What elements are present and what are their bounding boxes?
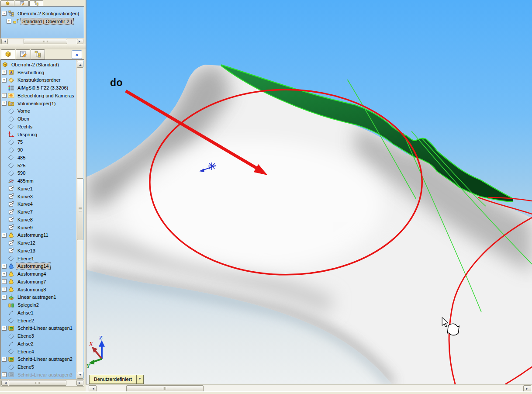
tab-propertymanager[interactable] (15, 0, 29, 7)
expander-toggle[interactable]: + (2, 93, 7, 98)
tree-item-label[interactable]: 75 (16, 139, 24, 145)
tree-item-label[interactable]: 525 (16, 162, 27, 169)
tree-row[interactable]: +Beleuchtung und Kameras (2, 92, 76, 100)
expander-toggle[interactable]: + (7, 19, 11, 24)
tree-row[interactable]: 90 (2, 146, 76, 154)
tree-item-label[interactable]: Linear austragen1 (16, 294, 58, 300)
combo-dropdown-button[interactable] (136, 375, 143, 384)
tree-row[interactable]: +Schnitt-Linear austragen2 (2, 356, 76, 363)
tree-row[interactable]: Achse1 (2, 309, 76, 317)
tree-item-label[interactable]: Kurve8 (16, 217, 34, 223)
tree-item-label[interactable]: Kurve1 (16, 186, 34, 192)
tree-item-label[interactable]: Standard [ Oberrohr-2 ] (21, 18, 73, 24)
tree-row[interactable]: 525 (2, 162, 76, 169)
tree-item-label[interactable]: AlMgSi0,5 F22 (3.3206) (16, 85, 69, 91)
tree-row[interactable]: Ebene4 (2, 348, 76, 356)
tree-row[interactable]: 590 (2, 169, 76, 177)
tree-row[interactable]: Achse2 (2, 340, 76, 348)
tree-row[interactable]: Oberrohr-2 (Standard) (2, 61, 76, 69)
tree-item-label[interactable]: Ebene3 (16, 333, 35, 339)
tree-item-label[interactable]: Kurve12 (16, 240, 37, 246)
tree-item-label[interactable]: Vorne (16, 108, 31, 114)
viewport-horizontal-scrollbar[interactable] (86, 384, 532, 392)
tree-item-label[interactable]: Volumenkörper(1) (16, 100, 57, 107)
expander-toggle[interactable]: + (2, 357, 7, 362)
tree-row[interactable]: 75 (2, 138, 76, 146)
expander-toggle[interactable]: + (2, 272, 7, 276)
tab-propertymanager[interactable] (16, 49, 30, 59)
tab-configurationmanager[interactable] (31, 49, 45, 59)
tree-row[interactable]: Kurve13 (2, 247, 76, 255)
tree-row[interactable]: +Linear austragen1 (2, 294, 76, 301)
tree-row[interactable]: Oben (2, 115, 76, 123)
feature-vertical-scrollbar[interactable] (76, 60, 83, 379)
scrollbar-thumb[interactable] (24, 39, 67, 44)
expander-toggle[interactable]: + (2, 264, 7, 269)
tree-item-label[interactable]: Schnitt-Linear austragen1 (16, 325, 74, 331)
tree-item-label[interactable]: Ursprung (16, 131, 38, 138)
tree-item-label[interactable]: 90 (16, 147, 24, 153)
tree-item-label[interactable]: Ebene1 (16, 256, 35, 262)
panel-splitter[interactable] (0, 44, 86, 49)
tree-row[interactable]: 485mm (2, 177, 76, 185)
tree-item-label[interactable]: Oben (16, 116, 31, 122)
tree-item-label[interactable]: Oberrohr-2 Konfiguration(en) (16, 10, 80, 17)
scrollbar-thumb[interactable] (77, 178, 83, 240)
feature-horizontal-scrollbar[interactable] (0, 379, 84, 387)
expander-toggle[interactable]: - (2, 11, 7, 16)
tree-item-label[interactable]: Ausformung4 (16, 271, 47, 277)
tree-row[interactable]: Kurve4 (2, 200, 76, 208)
tree-item-label[interactable]: Ebene4 (16, 349, 35, 355)
tree-row[interactable]: Ursprung (2, 131, 76, 138)
tree-row[interactable]: +Standard [ Oberrohr-2 ] (7, 17, 84, 25)
tree-item-label[interactable]: Beleuchtung und Kameras (16, 93, 76, 99)
tree-row[interactable]: Kurve12 (2, 239, 76, 247)
expander-toggle[interactable]: + (2, 233, 7, 238)
expander-toggle[interactable]: + (2, 70, 7, 75)
tree-row[interactable]: 485 (2, 154, 76, 162)
scroll-right-button[interactable] (523, 385, 531, 392)
tree-row[interactable]: +Ausformung14 (2, 263, 76, 270)
tree-item-label[interactable]: 590 (16, 170, 27, 176)
tree-row[interactable]: Kurve8 (2, 216, 76, 224)
panel-overflow-button[interactable]: » (72, 50, 82, 59)
tree-item-label[interactable]: Schnitt-Linear austragen2 (16, 356, 74, 362)
tab-configurationmanager[interactable] (29, 0, 43, 7)
expander-toggle[interactable]: + (2, 295, 7, 300)
tree-row[interactable]: +Schnitt-Linear austragen3 (2, 371, 76, 379)
scroll-right-button[interactable] (77, 39, 83, 44)
tree-item-label[interactable]: Konstruktionsordner (16, 77, 62, 83)
expander-toggle[interactable]: + (2, 101, 7, 106)
tree-row[interactable]: +Ausformung11 (2, 232, 76, 239)
tree-row[interactable]: +Ausformung7 (2, 278, 76, 286)
tree-row[interactable]: Kurve7 (2, 208, 76, 216)
tree-row[interactable]: +Ausformung8 (2, 286, 76, 294)
scroll-left-button[interactable] (89, 385, 97, 392)
expander-toggle[interactable]: + (2, 287, 7, 292)
scroll-left-button[interactable] (1, 380, 8, 386)
tree-row[interactable]: Ebene5 (2, 363, 76, 371)
scroll-down-button[interactable] (77, 372, 83, 379)
tree-item-label[interactable]: Kurve7 (16, 209, 34, 215)
tree-item-label[interactable]: Kurve9 (16, 225, 34, 231)
tree-item-label[interactable]: Ausformung8 (16, 287, 47, 293)
tree-item-label[interactable]: Ausformung14 (16, 263, 50, 269)
tree-row[interactable]: Ebene1 (2, 255, 76, 263)
tree-row[interactable]: Ebene3 (2, 332, 76, 340)
tree-row[interactable]: Kurve9 (2, 224, 76, 232)
scroll-up-button[interactable] (77, 61, 83, 68)
tab-featuremanager[interactable] (1, 49, 15, 59)
tab-featuremanager[interactable] (0, 0, 14, 7)
tree-item-label[interactable]: Schnitt-Linear austragen3 (16, 372, 74, 378)
tree-item-label[interactable]: Beschriftung (16, 69, 45, 76)
tree-item-label[interactable]: Ausformung11 (16, 232, 50, 238)
tree-item-label[interactable]: Oberrohr-2 (Standard) (10, 62, 60, 68)
tree-item-label[interactable]: Ausformung7 (16, 279, 47, 285)
tree-row[interactable]: AlMgSi0,5 F22 (3.3206) (2, 84, 76, 92)
tree-item-label[interactable]: Achse2 (16, 341, 35, 347)
tree-item-label[interactable]: Kurve13 (16, 248, 37, 254)
tree-row[interactable]: Rechts (2, 123, 76, 131)
tree-row[interactable]: +ABeschriftung (2, 69, 76, 76)
tree-item-label[interactable]: Spiegeln2 (16, 302, 40, 308)
expander-toggle[interactable]: + (2, 78, 7, 83)
